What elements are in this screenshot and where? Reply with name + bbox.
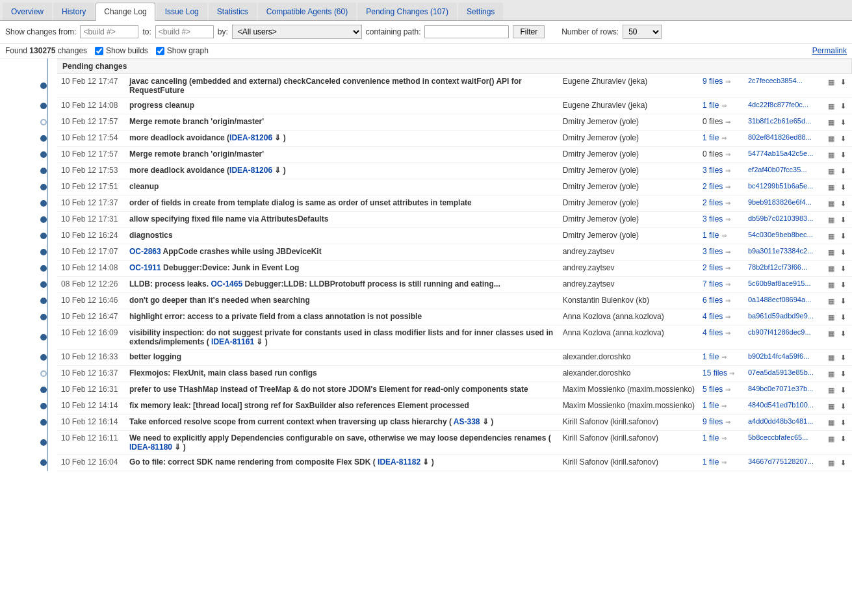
filter-button[interactable]: Filter: [513, 25, 545, 38]
hash-link[interactable]: cb907f41286dec9...: [748, 328, 811, 336]
diff-icon[interactable]: ▦: [826, 247, 836, 257]
change-actions[interactable]: ▦ ⬇: [822, 163, 852, 179]
change-actions[interactable]: ▦ ⬇: [822, 244, 852, 261]
change-hash[interactable]: 54c030e9beb8bec...: [744, 228, 822, 244]
files-count-link[interactable]: 4 files: [703, 312, 723, 321]
download-icon[interactable]: ⬇: [838, 247, 848, 257]
download-icon[interactable]: ⬇: [838, 433, 848, 444]
diff-icon[interactable]: ▦: [826, 101, 836, 111]
tab-pending-changes[interactable]: Pending Changes (107): [357, 3, 457, 20]
change-files[interactable]: 0 files ⇒: [699, 114, 744, 131]
change-actions[interactable]: ▦ ⬇: [822, 431, 852, 455]
files-count-link[interactable]: 15 files: [703, 368, 727, 378]
download-icon[interactable]: ⬇: [838, 117, 848, 127]
change-actions[interactable]: ▦ ⬇: [822, 212, 852, 228]
hash-link[interactable]: 54c030e9beb8bec...: [748, 231, 813, 238]
download-icon[interactable]: ⬇: [838, 231, 848, 241]
files-count-link[interactable]: 1 file: [703, 457, 719, 467]
change-actions[interactable]: ▦ ⬇: [822, 366, 852, 382]
change-hash[interactable]: 0a1488ecf08694a...: [744, 293, 822, 309]
change-actions[interactable]: ▦ ⬇: [822, 277, 852, 293]
change-actions[interactable]: ▦ ⬇: [822, 398, 852, 415]
change-actions[interactable]: ▦ ⬇: [822, 131, 852, 147]
tab-compatible-agents[interactable]: Compatible Agents (60): [258, 3, 356, 20]
change-files[interactable]: 1 file ⇒: [699, 455, 744, 471]
tab-overview[interactable]: Overview: [3, 3, 52, 20]
rows-select[interactable]: 50: [623, 25, 662, 39]
files-count-link[interactable]: 1 file: [703, 352, 719, 361]
change-files[interactable]: 1 file ⇒: [699, 431, 744, 455]
files-count-link[interactable]: 3 files: [703, 214, 723, 224]
tab-history[interactable]: History: [53, 3, 94, 20]
change-hash[interactable]: a4dd0dd48b3c481...: [744, 415, 822, 431]
download-icon[interactable]: ⬇: [838, 214, 848, 225]
hash-link[interactable]: ba961d59adbd9e9...: [748, 312, 814, 320]
change-actions[interactable]: ▦ ⬇: [822, 382, 852, 398]
files-count-link[interactable]: 1 file: [703, 101, 719, 110]
files-count-link[interactable]: 1 file: [703, 401, 719, 410]
diff-icon[interactable]: ▦: [826, 328, 836, 339]
download-icon[interactable]: ⬇: [838, 182, 848, 192]
download-icon[interactable]: ⬇: [838, 368, 848, 379]
diff-icon[interactable]: ▦: [826, 117, 836, 127]
files-count-link[interactable]: 6 files: [703, 296, 723, 305]
files-count-link[interactable]: 1 file: [703, 433, 719, 443]
change-hash[interactable]: ef2af40b07fcc35...: [744, 163, 822, 179]
change-files[interactable]: 1 file ⇒: [699, 98, 744, 114]
change-hash[interactable]: bc41299b51b6a5e...: [744, 179, 822, 196]
change-files[interactable]: 0 files ⇒: [699, 147, 744, 163]
issue-link[interactable]: IDEA-81206: [229, 166, 272, 175]
download-icon[interactable]: ⬇: [838, 312, 848, 322]
files-count-link[interactable]: 9 files: [703, 417, 723, 426]
hash-link[interactable]: 2c7fececb3854...: [748, 77, 803, 84]
files-count-link[interactable]: 5 files: [703, 385, 723, 394]
diff-icon[interactable]: ▦: [826, 214, 836, 225]
issue-link[interactable]: IDEA-81161: [211, 337, 254, 346]
change-hash[interactable]: 802ef841826ed88...: [744, 131, 822, 147]
download-icon[interactable]: ⬇: [838, 263, 848, 274]
hash-link[interactable]: ef2af40b07fcc35...: [748, 166, 807, 173]
change-files[interactable]: 9 files ⇒: [699, 74, 744, 98]
diff-icon[interactable]: ▦: [826, 263, 836, 274]
by-user-select[interactable]: <All users>: [232, 25, 362, 39]
hash-link[interactable]: 31b8f1c2b61e65d...: [748, 117, 811, 125]
hash-link[interactable]: 4840d541ed7b100...: [748, 401, 814, 409]
issue-link[interactable]: IDEA-81180: [129, 443, 172, 452]
show-graph-label[interactable]: Show graph: [156, 46, 209, 55]
change-hash[interactable]: 4840d541ed7b100...: [744, 398, 822, 415]
change-hash[interactable]: cb907f41286dec9...: [744, 326, 822, 350]
change-actions[interactable]: ▦ ⬇: [822, 228, 852, 244]
hash-link[interactable]: 849bc0e7071e37b...: [748, 385, 813, 392]
hash-link[interactable]: bc41299b51b6a5e...: [748, 182, 813, 190]
hash-link[interactable]: 802ef841826ed88...: [748, 133, 812, 141]
change-hash[interactable]: 2c7fececb3854...: [744, 74, 822, 98]
diff-icon[interactable]: ▦: [826, 457, 836, 468]
files-count-link[interactable]: 3 files: [703, 166, 723, 175]
change-files[interactable]: 1 file ⇒: [699, 398, 744, 415]
path-input[interactable]: [424, 25, 509, 38]
change-actions[interactable]: ▦ ⬇: [822, 326, 852, 350]
diff-icon[interactable]: ▦: [826, 231, 836, 241]
download-icon[interactable]: ⬇: [838, 328, 848, 339]
download-icon[interactable]: ⬇: [838, 149, 848, 160]
change-actions[interactable]: ▦ ⬇: [822, 74, 852, 98]
hash-link[interactable]: 54774ab15a42c5e...: [748, 149, 813, 157]
diff-icon[interactable]: ▦: [826, 182, 836, 192]
change-files[interactable]: 1 file ⇒: [699, 228, 744, 244]
issue-link[interactable]: OC-2863: [129, 247, 161, 256]
change-files[interactable]: 2 files ⇒: [699, 196, 744, 212]
tab-statistics[interactable]: Statistics: [209, 3, 257, 20]
issue-link[interactable]: OC-1911: [129, 263, 161, 272]
hash-link[interactable]: 78b2bf12cf73f66...: [748, 263, 807, 271]
permalink-link[interactable]: Permalink: [812, 46, 847, 55]
tab-settings[interactable]: Settings: [458, 3, 503, 20]
change-hash[interactable]: 9beb9183826e6f4...: [744, 196, 822, 212]
files-count-link[interactable]: 1 file: [703, 231, 719, 240]
hash-link[interactable]: 4dc22f8c877fe0c...: [748, 101, 808, 109]
change-hash[interactable]: 5b8ceccbfafec65...: [744, 431, 822, 455]
diff-icon[interactable]: ▦: [826, 77, 836, 87]
diff-icon[interactable]: ▦: [826, 312, 836, 322]
change-hash[interactable]: 07ea5da5913e85b...: [744, 366, 822, 382]
hash-link[interactable]: 07ea5da5913e85b...: [748, 368, 814, 376]
diff-icon[interactable]: ▦: [826, 133, 836, 144]
